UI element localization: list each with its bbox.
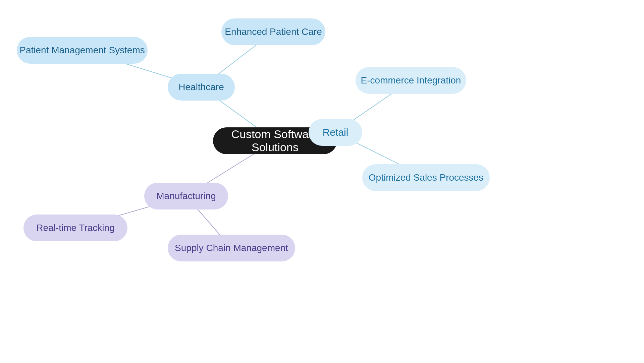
retail-label: Retail [323, 127, 348, 138]
patient-management-label: Patient Management Systems [19, 45, 145, 56]
supply-chain-label: Supply Chain Management [175, 243, 288, 253]
healthcare-node: Healthcare [168, 74, 235, 101]
healthcare-label: Healthcare [178, 82, 224, 93]
patient-management-node: Patient Management Systems [17, 37, 148, 64]
manufacturing-node: Manufacturing [144, 183, 228, 209]
realtime-tracking-node: Real-time Tracking [23, 215, 127, 241]
manufacturing-label: Manufacturing [156, 191, 216, 201]
enhanced-patient-care-node: Enhanced Patient Care [221, 18, 325, 45]
realtime-tracking-label: Real-time Tracking [36, 223, 114, 233]
ecommerce-label: E-commerce Integration [361, 75, 461, 86]
optimized-sales-label: Optimized Sales Processes [369, 172, 483, 183]
retail-node: Retail [309, 119, 362, 146]
supply-chain-node: Supply Chain Management [168, 235, 295, 261]
enhanced-patient-care-label: Enhanced Patient Care [225, 26, 322, 37]
ecommerce-node: E-commerce Integration [356, 67, 466, 94]
optimized-sales-node: Optimized Sales Processes [362, 164, 490, 191]
